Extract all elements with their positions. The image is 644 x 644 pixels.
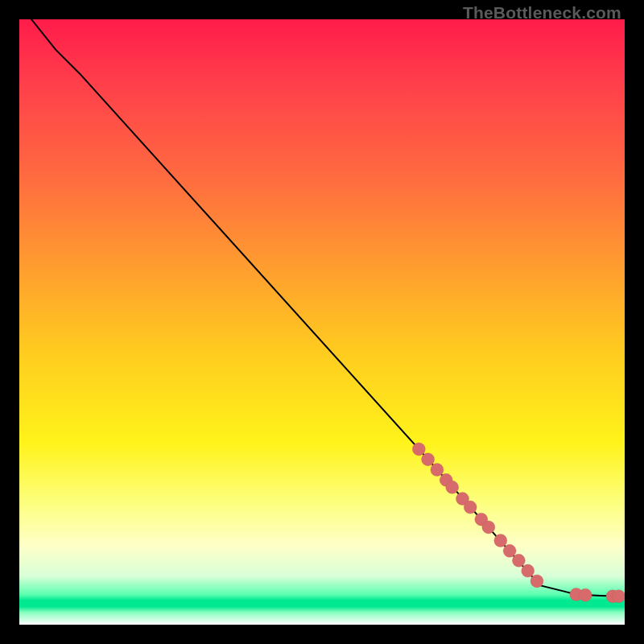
data-point xyxy=(522,564,535,577)
data-point xyxy=(503,544,516,557)
watermark-text: TheBottleneck.com xyxy=(463,3,621,23)
bottleneck-curve xyxy=(31,19,619,597)
data-point xyxy=(494,535,507,547)
data-point xyxy=(579,588,592,601)
data-point xyxy=(446,481,459,493)
plot-area xyxy=(19,19,625,625)
chart-frame: TheBottleneck.com xyxy=(0,0,644,644)
data-point xyxy=(512,554,525,567)
data-point xyxy=(422,453,435,466)
data-point xyxy=(412,443,425,456)
chart-svg xyxy=(19,19,625,625)
data-point xyxy=(482,521,495,534)
highlight-points xyxy=(412,443,625,603)
data-point xyxy=(613,590,625,603)
data-point xyxy=(464,501,477,514)
data-point xyxy=(530,575,543,588)
data-point xyxy=(431,464,444,477)
